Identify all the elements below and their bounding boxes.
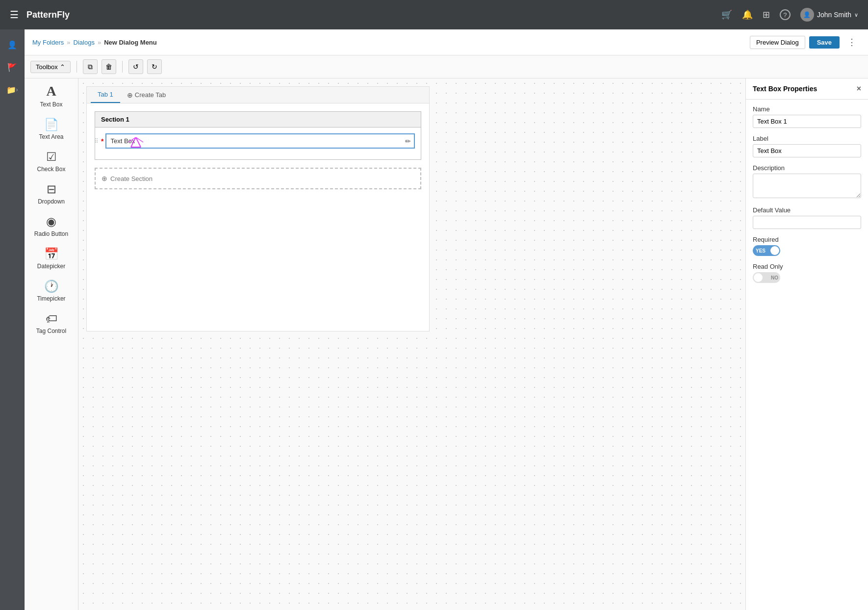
bell-icon[interactable]: 🔔 bbox=[742, 9, 753, 20]
redo-button[interactable]: ↻ bbox=[147, 59, 162, 74]
prop-name-label: Name bbox=[753, 105, 861, 113]
more-options-button[interactable]: ⋮ bbox=[843, 34, 860, 50]
prop-label-input[interactable] bbox=[753, 144, 861, 157]
prop-default-value-label: Default Value bbox=[753, 206, 861, 214]
sidebar-icon-folder[interactable]: 📁 › bbox=[3, 80, 22, 99]
field-edit-icon[interactable]: ✏ bbox=[405, 137, 411, 145]
required-yes-label: YES bbox=[756, 248, 766, 254]
breadcrumb-dialogs[interactable]: Dialogs bbox=[74, 39, 95, 46]
read-only-no-label: NO bbox=[771, 275, 778, 280]
avatar: 👤 bbox=[800, 8, 814, 22]
content-area: My Folders » Dialogs » New Dialog Menu P… bbox=[25, 29, 868, 610]
prop-group-description: Description bbox=[753, 164, 861, 200]
prop-description-label: Description bbox=[753, 164, 861, 172]
toolbox-panel: A Text Box 📄 Text Area ☑ Check Box ⊟ Dro… bbox=[25, 78, 78, 610]
prop-read-only-toggle-row: NO bbox=[753, 272, 861, 283]
delete-button[interactable]: 🗑 bbox=[102, 59, 116, 74]
sidebar-icon-profile[interactable]: 👤 bbox=[3, 35, 22, 54]
text-area-icon: 📄 bbox=[44, 118, 59, 131]
create-section-plus-icon: ⊕ bbox=[102, 175, 107, 182]
prop-group-default-value: Default Value bbox=[753, 206, 861, 229]
cart-icon[interactable]: 🛒 bbox=[721, 9, 732, 20]
toolbox-item-dropdown-label: Dropdown bbox=[38, 198, 65, 205]
user-name: John Smith bbox=[817, 11, 851, 19]
hamburger-icon[interactable]: ☰ bbox=[10, 9, 19, 21]
breadcrumb-my-folders[interactable]: My Folders bbox=[32, 39, 64, 46]
toolbox-item-text-area[interactable]: 📄 Text Area bbox=[25, 113, 78, 145]
toolbox-label: Toolbox bbox=[36, 63, 58, 71]
app-brand: PatternFly bbox=[26, 10, 714, 20]
icon-sidebar: 👤 🚩 📁 › bbox=[0, 29, 25, 610]
field-row: ⠿ * ✏ bbox=[101, 133, 415, 149]
designer-wrapper: A Text Box 📄 Text Area ☑ Check Box ⊟ Dro… bbox=[25, 78, 868, 610]
datepicker-icon: 📅 bbox=[44, 247, 59, 261]
toolbox-item-radio-button[interactable]: ◉ Radio Button bbox=[25, 210, 78, 242]
sidebar-chevron-icon: › bbox=[16, 86, 18, 93]
tab-content: Section 1 ⠿ * ✏ bbox=[87, 103, 429, 197]
breadcrumb-sep2: » bbox=[98, 39, 101, 46]
undo-button[interactable]: ↺ bbox=[128, 59, 143, 74]
properties-panel: Text Box Properties × Name Label Descrip… bbox=[745, 78, 868, 610]
prop-required-toggle-row: YES bbox=[753, 245, 861, 256]
user-menu[interactable]: 👤 John Smith ∨ bbox=[800, 8, 858, 22]
toolbox-item-check-box-label: Check Box bbox=[37, 166, 65, 173]
properties-body: Name Label Description Default Value bbox=[746, 100, 868, 296]
preview-dialog-button[interactable]: Preview Dialog bbox=[750, 36, 805, 49]
section-body: ⠿ * ✏ bbox=[95, 127, 421, 159]
text-box-field[interactable]: ✏ bbox=[105, 133, 415, 149]
prop-group-required: Required YES bbox=[753, 236, 861, 256]
sidebar-icon-flag[interactable]: 🚩 bbox=[3, 58, 22, 76]
toolbox-item-text-box-label: Text Box bbox=[40, 101, 62, 108]
properties-close-button[interactable]: × bbox=[857, 84, 861, 93]
toolbox-item-radio-button-label: Radio Button bbox=[34, 230, 68, 237]
prop-group-read-only: Read Only NO bbox=[753, 263, 861, 283]
breadcrumb-sep1: » bbox=[67, 39, 70, 46]
text-box-icon: A bbox=[46, 83, 56, 99]
toolbar: Toolbox ⌃ ⧉ 🗑 ↺ ↻ bbox=[25, 55, 868, 78]
toolbox-item-datepicker[interactable]: 📅 Datepicker bbox=[25, 242, 78, 275]
toolbox-collapse-icon: ⌃ bbox=[60, 63, 65, 71]
toolbar-separator bbox=[77, 61, 77, 73]
toolbox-item-check-box[interactable]: ☑ Check Box bbox=[25, 145, 78, 178]
toolbar-separator2 bbox=[122, 61, 123, 73]
top-navigation: ☰ PatternFly 🛒 🔔 ⊞ ? 👤 John Smith ∨ bbox=[0, 0, 868, 29]
tab-1[interactable]: Tab 1 bbox=[91, 87, 120, 103]
prop-group-label: Label bbox=[753, 135, 861, 157]
copy-button[interactable]: ⧉ bbox=[83, 59, 98, 74]
main-layout: 👤 🚩 📁 › My Folders » Dialogs » New Dialo… bbox=[0, 29, 868, 610]
required-toggle[interactable]: YES bbox=[753, 245, 780, 256]
timepicker-icon: 🕐 bbox=[44, 280, 59, 293]
drag-handle-icon: ⠿ bbox=[94, 138, 99, 145]
prop-name-input[interactable] bbox=[753, 115, 861, 128]
create-section-label: Create Section bbox=[110, 175, 153, 182]
tag-control-icon: 🏷 bbox=[46, 312, 57, 326]
prop-read-only-label: Read Only bbox=[753, 263, 861, 270]
grid-icon[interactable]: ⊞ bbox=[763, 9, 770, 20]
create-tab-button[interactable]: ⊕ Create Tab bbox=[122, 88, 171, 102]
save-button[interactable]: Save bbox=[809, 36, 840, 49]
toolbox-item-tag-control-label: Tag Control bbox=[36, 328, 66, 334]
help-icon[interactable]: ? bbox=[780, 9, 791, 20]
toolbox-item-dropdown[interactable]: ⊟ Dropdown bbox=[25, 178, 78, 210]
canvas-inner: Tab 1 ⊕ Create Tab Section 1 ⠿ bbox=[86, 86, 430, 331]
create-section-button[interactable]: ⊕ Create Section bbox=[95, 168, 421, 189]
breadcrumb-actions: Preview Dialog Save ⋮ bbox=[750, 34, 860, 50]
folder-icon: 📁 bbox=[6, 85, 16, 95]
prop-default-value-input[interactable] bbox=[753, 216, 861, 229]
read-only-toggle[interactable]: NO bbox=[753, 272, 780, 283]
toolbox-item-text-box[interactable]: A Text Box bbox=[25, 78, 78, 113]
create-tab-label: Create Tab bbox=[135, 91, 166, 99]
prop-required-label: Required bbox=[753, 236, 861, 243]
properties-title: Text Box Properties bbox=[753, 85, 817, 93]
section-header: Section 1 bbox=[95, 112, 421, 127]
properties-header: Text Box Properties × bbox=[746, 78, 868, 100]
toolbox-item-tag-control[interactable]: 🏷 Tag Control bbox=[25, 307, 78, 339]
toolbox-button[interactable]: Toolbox ⌃ bbox=[30, 61, 71, 73]
toolbox-item-datepicker-label: Datepicker bbox=[37, 263, 65, 270]
toolbox-item-text-area-label: Text Area bbox=[39, 133, 63, 140]
toolbox-item-timepicker[interactable]: 🕐 Timepicker bbox=[25, 275, 78, 307]
nav-icons: 🛒 🔔 ⊞ ? 👤 John Smith ∨ bbox=[721, 8, 858, 22]
text-box-input[interactable] bbox=[106, 134, 414, 148]
canvas-area[interactable]: Tab 1 ⊕ Create Tab Section 1 ⠿ bbox=[78, 78, 745, 610]
prop-description-input[interactable] bbox=[753, 174, 861, 198]
